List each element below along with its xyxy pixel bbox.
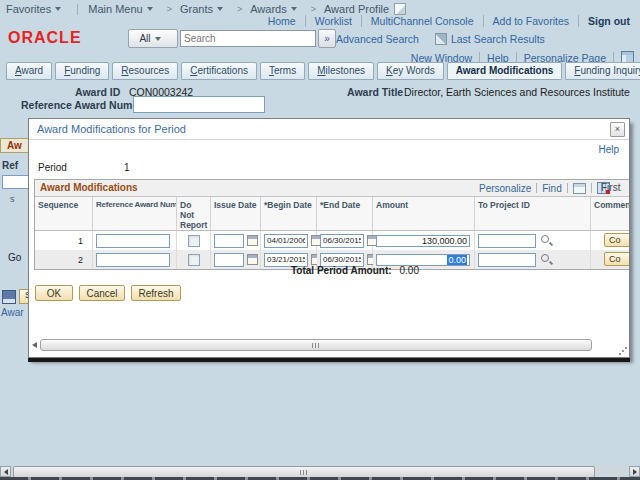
tab-resources[interactable]: Resources (112, 62, 178, 80)
utility-nav: Home Worklist MultiChannel Console Add t… (259, 15, 630, 27)
personalize-link[interactable]: Personalize (479, 183, 531, 194)
chevron-down-icon (147, 7, 153, 11)
tab-milestones[interactable]: Milestones (308, 62, 374, 80)
search-scope-dropdown[interactable]: All (128, 29, 178, 48)
breadcrumb-favorites[interactable]: Favorites (6, 3, 51, 15)
do-not-report-checkbox[interactable] (188, 254, 200, 266)
tab-certifications[interactable]: Certifications (181, 62, 257, 80)
tab-label: Terms (269, 65, 296, 76)
search-scope-value: All (139, 33, 150, 44)
search-go-button[interactable]: » (318, 29, 336, 48)
search-input[interactable] (180, 30, 316, 47)
background-award-link: Awar (1, 307, 24, 318)
tab-label: Resources (121, 65, 169, 76)
modal-help-link[interactable]: Help (598, 144, 619, 155)
breadcrumb-page-icon[interactable] (394, 3, 406, 15)
comment-button[interactable]: Co (604, 233, 630, 247)
advanced-search-link[interactable]: Advanced Search (336, 33, 419, 45)
column-header-issue-date: Issue Date (211, 197, 261, 231)
amount-field[interactable]: 130,000.00 (376, 235, 470, 247)
scroll-right-icon[interactable] (629, 466, 640, 477)
sequence-value: 1 (35, 231, 93, 250)
issue-date-field[interactable] (214, 234, 244, 248)
background-text-fragment: s (10, 194, 15, 204)
tab-label: Award Modifications (456, 65, 554, 76)
last-search-results-link[interactable]: Last Search Results (451, 33, 545, 45)
last-search-results-icon (435, 33, 447, 45)
chevron-down-icon (155, 37, 161, 41)
end-date-field[interactable] (320, 234, 364, 248)
home-link[interactable]: Home (259, 15, 306, 27)
sign-out-link[interactable]: Sign out (579, 15, 630, 27)
tab-label: Milestones (317, 65, 365, 76)
peoplesoft-window: Favorites Main Menu > Grants > Awards > … (0, 0, 640, 480)
reference-award-number-cell-field[interactable] (96, 234, 170, 248)
lookup-icon[interactable] (540, 234, 553, 247)
breadcrumb-grants[interactable]: Grants (180, 3, 213, 15)
chevron-down-icon (55, 7, 61, 11)
column-header-to-project-id: To Project ID (475, 197, 591, 231)
grid-toolbar: Personalize Find (479, 182, 610, 194)
chevron-down-icon (217, 7, 223, 11)
scroll-left-icon[interactable] (32, 342, 37, 348)
chevron-down-icon (291, 7, 297, 11)
modal-horizontal-scrollbar[interactable] (32, 339, 630, 351)
calendar-icon[interactable] (247, 254, 258, 265)
scroll-left-icon[interactable] (0, 466, 11, 477)
refresh-button[interactable]: Refresh (131, 285, 181, 301)
grid-column-headers: Sequence Reference Award Number Do Not R… (35, 197, 630, 231)
add-to-favorites-link[interactable]: Add to Favorites (484, 15, 579, 27)
tab-key-words[interactable]: Key Words (377, 62, 444, 80)
breadcrumb-main-menu[interactable]: Main Menu (88, 3, 142, 15)
grip-icon (300, 470, 308, 475)
page-horizontal-scrollbar[interactable] (0, 466, 640, 477)
divider (567, 183, 568, 193)
to-project-id-field[interactable] (478, 253, 536, 267)
tab-award-modifications[interactable]: Award Modifications (447, 62, 563, 80)
total-period-amount-value: 0.00 (369, 265, 419, 276)
period-value: 1 (124, 162, 130, 173)
reference-award-number-field[interactable] (133, 96, 265, 113)
column-header-amount: Amount (373, 197, 475, 231)
begin-date-field[interactable] (264, 234, 308, 248)
tab-award[interactable]: Award (6, 62, 52, 80)
breadcrumb-award-profile[interactable]: Award Profile (324, 3, 389, 15)
column-header-reference: Reference Award Number (93, 197, 177, 231)
do-not-report-checkbox[interactable] (188, 235, 200, 247)
tab-funding[interactable]: Funding (55, 62, 109, 80)
cancel-button[interactable]: Cancel (79, 285, 125, 301)
zoom-window-icon[interactable] (573, 183, 586, 194)
period-label: Period (38, 162, 67, 173)
search-links: Advanced Search Last Search Results (336, 33, 545, 45)
tab-label: Award (15, 65, 43, 76)
to-project-id-field[interactable] (478, 234, 536, 248)
column-header-sequence: Sequence (35, 197, 93, 231)
lookup-icon[interactable] (540, 253, 553, 266)
worklist-link[interactable]: Worklist (306, 15, 362, 27)
issue-date-field[interactable] (214, 253, 244, 267)
sequence-value: 2 (35, 250, 93, 269)
component-tabs: Award Funding Resources Certifications T… (6, 62, 640, 80)
modal-title: Award Modifications for Period (37, 123, 186, 135)
amount-value: 130,000.00 (422, 236, 467, 246)
arrow-glyph (633, 469, 637, 475)
column-header-end-date: *End Date (317, 197, 373, 231)
tab-terms[interactable]: Terms (260, 62, 305, 80)
breadcrumb-separator: > (311, 4, 316, 14)
ok-button[interactable]: OK (35, 285, 73, 301)
pagination-first-label[interactable]: First (601, 182, 620, 193)
close-icon[interactable]: × (610, 122, 625, 137)
scrollbar-thumb[interactable] (40, 339, 592, 351)
tab-label: Funding Inquiry (574, 65, 640, 76)
tab-funding-inquiry[interactable]: Funding Inquiry (565, 62, 640, 80)
comment-button[interactable]: Co (604, 252, 630, 266)
resize-grip-icon[interactable] (618, 346, 627, 355)
arrow-glyph (4, 469, 8, 475)
amount-field[interactable]: 0.00 (376, 254, 470, 266)
calendar-icon[interactable] (247, 235, 258, 246)
multichannel-console-link[interactable]: MultiChannel Console (362, 15, 484, 27)
find-link[interactable]: Find (542, 183, 561, 194)
reference-award-number-cell-field[interactable] (96, 253, 170, 267)
breadcrumb-awards[interactable]: Awards (250, 3, 286, 15)
modal-titlebar: Award Modifications for Period × (29, 119, 629, 140)
